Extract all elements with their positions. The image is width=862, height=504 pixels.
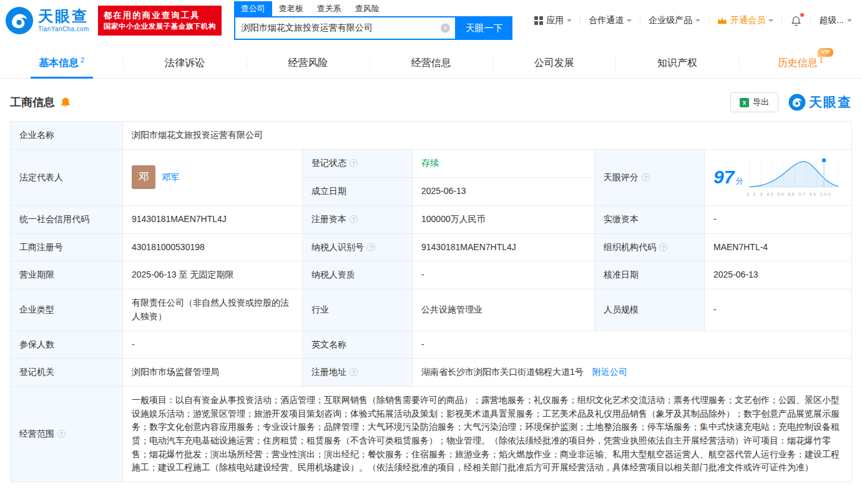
chevron-down-icon bbox=[627, 19, 632, 24]
tab-legal-proceedings[interactable]: 法律诉讼 bbox=[123, 49, 246, 78]
help-icon[interactable] bbox=[57, 430, 66, 438]
help-icon[interactable] bbox=[350, 215, 358, 223]
promo-line2: 国家中小企业发展子基金旗下机构 bbox=[104, 21, 216, 32]
score-chart: 0 1 3 45 50 85 97 99 100 bbox=[747, 157, 843, 198]
help-icon[interactable] bbox=[642, 173, 650, 182]
tab-intellectual-property-label: 知识产权 bbox=[657, 57, 697, 70]
logo-text: 天眼查 TianYanCha.com bbox=[38, 9, 89, 32]
value-score: 97分 bbox=[705, 149, 852, 205]
tab-operation-info[interactable]: 经营信息 bbox=[370, 49, 492, 78]
value-taxpayer-id: 91430181MAEN7HTL4J bbox=[413, 233, 595, 261]
main-content: 工商信息 导出 天眼查 bbox=[0, 79, 862, 482]
label-establish-date: 成立日期 bbox=[303, 177, 413, 205]
search-row: 天眼一下 bbox=[234, 16, 512, 40]
label-approval-date: 核准日期 bbox=[595, 261, 705, 289]
label-reg-authority: 登记机关 bbox=[11, 359, 123, 387]
search-tab-relation[interactable]: 查关系 bbox=[310, 1, 348, 16]
nav-cooperation-label: 合作通道 bbox=[589, 15, 624, 26]
section-head: 工商信息 导出 天眼查 bbox=[0, 79, 862, 121]
tab-legal-proceedings-label: 法律诉讼 bbox=[165, 57, 205, 70]
logo-name: 天眼查 bbox=[38, 9, 89, 24]
label-paid-capital: 实缴资本 bbox=[595, 206, 705, 234]
notification-dot bbox=[800, 13, 804, 17]
logo-domain: TianYanCha.com bbox=[38, 26, 89, 32]
tab-history-info-label: 历史信息 bbox=[778, 57, 818, 70]
label-org-code: 组织机构代码 bbox=[595, 233, 705, 261]
value-reg-authority: 浏阳市市场监督管理局 bbox=[123, 359, 303, 387]
help-icon[interactable] bbox=[367, 243, 375, 251]
nearby-companies-link[interactable]: 附近公司 bbox=[592, 367, 627, 377]
value-legal-rep: 邓 邓军 bbox=[123, 149, 303, 205]
tab-history-info[interactable]: 历史信息 1 VIP bbox=[739, 49, 862, 78]
label-english-name: 英文名称 bbox=[303, 331, 413, 359]
search-tab-risk[interactable]: 查风险 bbox=[348, 1, 386, 16]
tianyancha-logo-icon bbox=[5, 6, 34, 35]
label-reg-capital: 注册资本 bbox=[303, 206, 413, 234]
watermark-label: 天眼查 bbox=[809, 94, 852, 111]
tianyancha-logo[interactable]: 天眼查 TianYanCha.com bbox=[5, 6, 89, 35]
label-company-name: 企业名称 bbox=[11, 122, 123, 150]
nav-vip-upgrade[interactable]: 开通会员 bbox=[717, 15, 773, 26]
legal-rep-avatar[interactable]: 邓 bbox=[132, 165, 155, 189]
search-tab-boss[interactable]: 查老板 bbox=[272, 1, 310, 16]
help-icon[interactable] bbox=[659, 243, 667, 251]
promo-line1: 都在用的商业查询工具 bbox=[104, 9, 216, 22]
tab-basic-info-count: 2 bbox=[81, 56, 84, 64]
help-icon[interactable] bbox=[350, 368, 358, 376]
vip-badge: VIP bbox=[818, 48, 833, 57]
label-reg-address: 注册地址 bbox=[303, 359, 413, 387]
tab-operation-info-label: 经营信息 bbox=[411, 57, 451, 70]
page-tabs: 基本信息 2 法律诉讼 经营风险 经营信息 公司发展 知识产权 历史信息 1 V… bbox=[0, 49, 862, 79]
label-taxpayer-id: 纳税人识别号 bbox=[303, 233, 413, 261]
search-button[interactable]: 天眼一下 bbox=[456, 16, 512, 40]
label-staff-size: 人员规模 bbox=[595, 289, 705, 331]
divider bbox=[640, 16, 640, 25]
value-reg-address: 湖南省长沙市浏阳市关口街道锦程大道1号 附近公司 bbox=[413, 359, 852, 387]
divider bbox=[580, 16, 580, 25]
divider bbox=[708, 16, 709, 25]
label-industry: 行业 bbox=[303, 289, 413, 331]
value-credit-code: 91430181MAEN7HTL4J bbox=[123, 206, 303, 234]
nav-apps-label: 应用 bbox=[546, 15, 564, 26]
export-label: 导出 bbox=[753, 97, 769, 108]
clear-icon[interactable] bbox=[441, 24, 450, 33]
score-axis: 0 1 3 45 50 85 97 99 100 bbox=[747, 191, 828, 198]
nav-cooperation[interactable]: 合作通道 bbox=[589, 15, 632, 26]
search-input[interactable] bbox=[234, 16, 456, 40]
nav-enterprise[interactable]: 企业级产品 bbox=[649, 15, 700, 26]
search-tab-company[interactable]: 查公司 bbox=[234, 1, 272, 16]
nav-vip-label: 开通会员 bbox=[730, 15, 765, 26]
divider bbox=[781, 16, 782, 25]
value-insured-count: - bbox=[123, 331, 303, 359]
status-badge: 存续 bbox=[421, 158, 439, 168]
label-legal-rep: 法定代表人 bbox=[11, 149, 123, 205]
label-reg-number: 工商注册号 bbox=[11, 233, 123, 261]
search-input-wrap bbox=[234, 16, 456, 40]
tianyancha-watermark-icon bbox=[788, 94, 806, 111]
nav-apps[interactable]: 应用 bbox=[534, 15, 572, 26]
help-icon[interactable] bbox=[350, 159, 358, 167]
export-button[interactable]: 导出 bbox=[730, 92, 778, 112]
value-org-code: MAEN7HTL-4 bbox=[705, 233, 852, 261]
value-reg-status: 存续 bbox=[413, 149, 595, 177]
notifications-bell[interactable] bbox=[790, 15, 802, 27]
tab-operation-risk[interactable]: 经营风险 bbox=[247, 49, 370, 78]
value-company-type: 有限责任公司（非自然人投资或控股的法人独资） bbox=[123, 289, 303, 331]
subscribe-bell-icon[interactable] bbox=[60, 97, 71, 108]
legal-rep-name-link[interactable]: 邓军 bbox=[162, 171, 179, 185]
tab-intellectual-property[interactable]: 知识产权 bbox=[615, 49, 738, 78]
tab-basic-info[interactable]: 基本信息 2 bbox=[0, 49, 123, 78]
value-staff-size: - bbox=[705, 289, 852, 331]
tab-company-development-label: 公司发展 bbox=[534, 57, 574, 70]
value-business-scope: 一般项目：以自有资金从事投资活动；酒店管理；互联网销售（除销售需要许可的商品）；… bbox=[123, 386, 852, 482]
chevron-down-icon bbox=[768, 19, 773, 24]
label-business-scope: 经营范围 bbox=[11, 386, 123, 482]
value-business-term: 2025-06-13 至 无固定期限 bbox=[123, 261, 303, 289]
promo-badge: 都在用的商业查询工具 国家中小企业发展子基金旗下机构 bbox=[98, 6, 222, 36]
label-reg-status: 登记状态 bbox=[303, 149, 413, 177]
label-credit-code: 统一社会信用代码 bbox=[11, 206, 123, 234]
score-value[interactable]: 97分 bbox=[713, 163, 743, 192]
nav-super-vip[interactable]: 超级... bbox=[819, 15, 852, 26]
tab-company-development[interactable]: 公司发展 bbox=[492, 49, 615, 78]
section-title: 工商信息 bbox=[10, 95, 55, 110]
